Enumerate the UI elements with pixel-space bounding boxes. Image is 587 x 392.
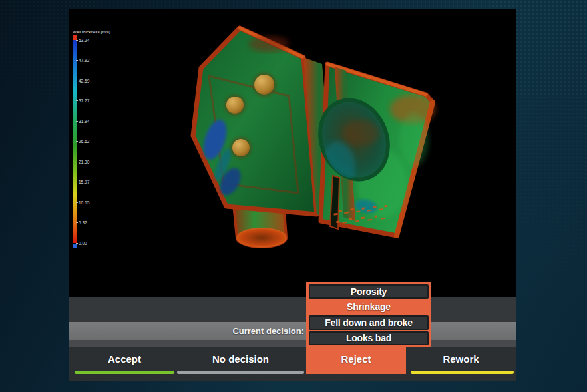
menu-item-looks-bad[interactable]: Looks bad bbox=[309, 331, 429, 346]
menu-item-porosity[interactable]: Porosity bbox=[309, 284, 429, 299]
accept-button[interactable]: Accept bbox=[75, 347, 174, 381]
legend-tick: 26.62 bbox=[79, 139, 89, 144]
reject-reason-menu: Porosity Shrinkage Fell down and broke L… bbox=[306, 282, 431, 347]
accept-button-label: Accept bbox=[75, 347, 174, 371]
accept-underline bbox=[75, 371, 174, 374]
decision-button-row: Accept No decision Reject Rework bbox=[69, 347, 516, 381]
legend-tick: 47.92 bbox=[79, 58, 89, 63]
inspection-app-window: Wall thickness [mm] 53.24 47.92 42.59 37… bbox=[69, 9, 516, 381]
legend-tick: 15.97 bbox=[79, 180, 89, 184]
wall-thickness-part-render bbox=[69, 9, 516, 297]
rework-button[interactable]: Rework bbox=[408, 347, 514, 381]
reject-button-label: Reject bbox=[306, 347, 406, 371]
legend-tick: 5.32 bbox=[79, 220, 87, 225]
menu-item-fell-down-and-broke[interactable]: Fell down and broke bbox=[309, 315, 429, 330]
rework-underline bbox=[411, 371, 514, 374]
legend-tick: 21.30 bbox=[79, 160, 89, 164]
menu-item-shrinkage[interactable]: Shrinkage bbox=[309, 300, 429, 315]
legend-tick: 10.65 bbox=[79, 200, 89, 205]
rework-button-label: Rework bbox=[408, 347, 514, 371]
reject-button[interactable]: Reject bbox=[306, 347, 406, 374]
legend-overflow-swatch bbox=[73, 35, 77, 40]
no-decision-button[interactable]: No decision bbox=[177, 347, 304, 381]
legend-tick: 37.27 bbox=[79, 98, 89, 103]
current-decision-label: Current decision: bbox=[232, 322, 304, 340]
divider-strip bbox=[69, 340, 516, 347]
3d-viewport[interactable]: Wall thickness [mm] 53.24 47.92 42.59 37… bbox=[69, 9, 516, 297]
desktop: { "app": { "viewport": { "legend": { "ti… bbox=[0, 0, 587, 392]
legend-tick: 0.00 bbox=[79, 241, 87, 246]
legend-tick: 31.94 bbox=[79, 119, 89, 124]
no-decision-underline bbox=[177, 371, 304, 374]
legend-tick: 42.59 bbox=[79, 79, 89, 83]
legend-title: Wall thickness [mm] bbox=[73, 30, 110, 34]
no-decision-button-label: No decision bbox=[177, 347, 304, 371]
current-decision-bar: Current decision: bbox=[69, 322, 516, 340]
spacer-band bbox=[69, 297, 516, 322]
legend-underflow-swatch bbox=[73, 244, 77, 248]
legend-tick: 53.24 bbox=[79, 38, 89, 43]
